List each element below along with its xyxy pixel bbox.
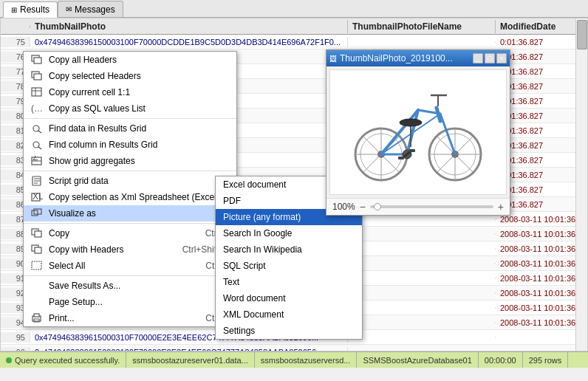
status-db-text: SSMSBoostAzureDatabase01: [363, 356, 471, 365]
menu-item-copy-xml[interactable]: XLS Copy selection as Xml Spreadsheet (E…: [24, 189, 236, 205]
cell-filename: [348, 233, 496, 235]
cell-date: 2008-03-11 10:01:36.827: [496, 258, 584, 269]
page-setup-icon: [30, 296, 44, 308]
svg-line-9: [38, 131, 41, 133]
svg-text:Σ: Σ: [33, 156, 38, 162]
menu-separator-3: [24, 223, 236, 224]
status-segment-query: Query executed successfully.: [0, 352, 126, 368]
svg-rect-4: [32, 88, 41, 96]
submenu-item-search-wikipedia[interactable]: Search In Wikipedia: [216, 241, 362, 258]
cell-extra: [584, 351, 588, 352]
status-segment-db: SSMSBoostAzureDatabase01: [357, 352, 478, 368]
find-column-icon: [30, 139, 44, 151]
cell-date: 2008-03-11 10:01:36.827: [496, 303, 584, 313]
svg-point-8: [33, 126, 39, 131]
status-server1-text: ssmsboostazureserver01.data...: [132, 356, 248, 365]
cell-filename: [348, 263, 496, 264]
popup-maximize-button[interactable]: □: [485, 53, 495, 64]
submenu-item-word[interactable]: Word document: [216, 290, 362, 306]
submenu-item-xml[interactable]: XML Document: [216, 306, 362, 323]
zoom-out-button[interactable]: −: [360, 202, 366, 212]
svg-rect-21: [32, 210, 38, 216]
svg-line-51: [437, 157, 453, 173]
menu-item-save-results[interactable]: Save Results As...: [24, 278, 236, 294]
menu-item-copy-sql[interactable]: (…) Copy as SQL values List: [24, 100, 236, 117]
svg-rect-67: [409, 149, 415, 152]
menu-item-show-aggregates[interactable]: Σ Show grid aggregates: [24, 153, 236, 169]
menu-item-script-grid[interactable]: Script grid data: [24, 173, 236, 189]
menu-item-page-setup[interactable]: Page Setup...: [24, 294, 236, 310]
scrollbar-thumb[interactable]: [577, 20, 587, 49]
copy-selected-headers-icon: [30, 70, 44, 82]
table-row[interactable]: 96 0x47494638396150003100F70000E2E3E4EE6…: [1, 345, 587, 351]
submenu-item-search-google[interactable]: Search In Google: [216, 225, 362, 241]
menu-item-copy-with-headers[interactable]: Copy with Headers Ctrl+Shift+C: [24, 241, 236, 258]
svg-rect-3: [34, 74, 41, 80]
svg-rect-66: [398, 157, 404, 159]
cell-date: 2008-03-11 10:01:36.827: [496, 229, 584, 239]
copy-all-headers-icon: [30, 54, 44, 66]
image-popup: 🖼 ThumbNailPhoto_2019100... _ □ ×: [326, 49, 510, 216]
tab-messages[interactable]: ✉ Messages: [58, 1, 123, 17]
cell-date: 0:01:36.827: [496, 37, 584, 47]
svg-point-61: [400, 119, 422, 126]
cell-filename: [348, 351, 496, 352]
svg-line-50: [457, 157, 474, 173]
submenu-item-text[interactable]: Text: [216, 274, 362, 290]
table-row[interactable]: 75 0x47494638396150003100F70000DCDDE1B9C…: [1, 35, 587, 49]
submenu-search-google-label: Search In Google: [223, 228, 292, 238]
cell-thumbnail: 0x47494638396150003100F70000DCDDE1B9C5D0…: [30, 37, 348, 47]
status-segment-time: 00:00:00: [479, 352, 523, 368]
menu-item-print[interactable]: Print... Ctrl+P: [24, 310, 236, 326]
find-data-icon: [30, 123, 44, 134]
messages-icon: ✉: [66, 5, 72, 13]
submenu-item-settings[interactable]: Settings: [216, 323, 362, 339]
menu-item-visualize-as[interactable]: Visualize as ▶: [24, 205, 236, 222]
menu-item-copy-all-headers[interactable]: Copy all Headers: [24, 52, 236, 68]
submenu-sql-script-label: SQL Script: [223, 261, 266, 271]
svg-text:XLS: XLS: [33, 192, 43, 202]
status-query-text: Query executed successfully.: [15, 356, 120, 365]
popup-minimize-button[interactable]: _: [473, 53, 483, 64]
submenu-item-sql-script[interactable]: SQL Script: [216, 258, 362, 274]
svg-text:(…): (…): [31, 103, 43, 114]
select-all-label: Select All: [49, 261, 201, 271]
zoom-in-button[interactable]: +: [498, 202, 504, 212]
col-header-filename: ThumbnailPhotoFileName: [348, 20, 496, 33]
menu-item-copy[interactable]: Copy Ctrl+C: [24, 225, 236, 241]
cell-date: 2008-03-11 10:01:36.827: [496, 318, 584, 328]
results-grid: ThumbNailPhoto ThumbnailPhotoFileName Mo…: [0, 18, 588, 351]
status-segment-server2: ssmsboostazuserversd...: [255, 352, 358, 368]
menu-item-copy-selected-headers[interactable]: Copy selected Headers: [24, 68, 236, 84]
zoom-slider-thumb[interactable]: [374, 203, 381, 210]
tab-results-label: Results: [20, 4, 49, 15]
image-popup-title-bar: 🖼 ThumbNailPhoto_2019100... _ □ ×: [327, 50, 510, 66]
copy-all-headers-label: Copy all Headers: [49, 55, 230, 65]
zoom-slider[interactable]: [370, 205, 493, 208]
tab-results[interactable]: ⊞ Results: [3, 1, 58, 18]
copy-selected-headers-label: Copy selected Headers: [49, 71, 230, 81]
menu-item-select-all[interactable]: Select All Ctrl+A: [24, 258, 236, 274]
copy-with-headers-icon: [30, 244, 44, 255]
menu-item-find-data[interactable]: Find data in Results Grid: [24, 120, 236, 137]
cell-date: 2008-03-11 10:01:36.827: [496, 244, 584, 254]
cell-filename: [348, 248, 496, 250]
menu-item-find-column[interactable]: Find column in Results Grid: [24, 137, 236, 153]
show-aggregates-label: Show grid aggregates: [49, 156, 230, 166]
svg-rect-1: [34, 58, 41, 64]
visualize-as-label: Visualize as: [49, 208, 219, 219]
col-header-date: ModifiedDate: [496, 20, 584, 33]
status-time-text: 00:00:00: [485, 356, 516, 365]
tab-bar: ⊞ Results ✉ Messages: [0, 0, 588, 18]
svg-line-40: [363, 157, 379, 173]
cell-date: 2008-03-11 10:01:36.827: [496, 273, 584, 284]
cell-filename: [348, 322, 496, 323]
cell-date: [496, 337, 584, 338]
status-dot-icon: [6, 357, 12, 363]
popup-close-button[interactable]: ×: [496, 53, 507, 64]
submenu-settings-label: Settings: [223, 326, 255, 336]
vertical-scrollbar[interactable]: [575, 18, 587, 351]
svg-line-11: [38, 147, 41, 149]
menu-item-copy-current-cell[interactable]: Copy current cell 1:1: [24, 84, 236, 100]
script-grid-label: Script grid data: [49, 176, 230, 186]
